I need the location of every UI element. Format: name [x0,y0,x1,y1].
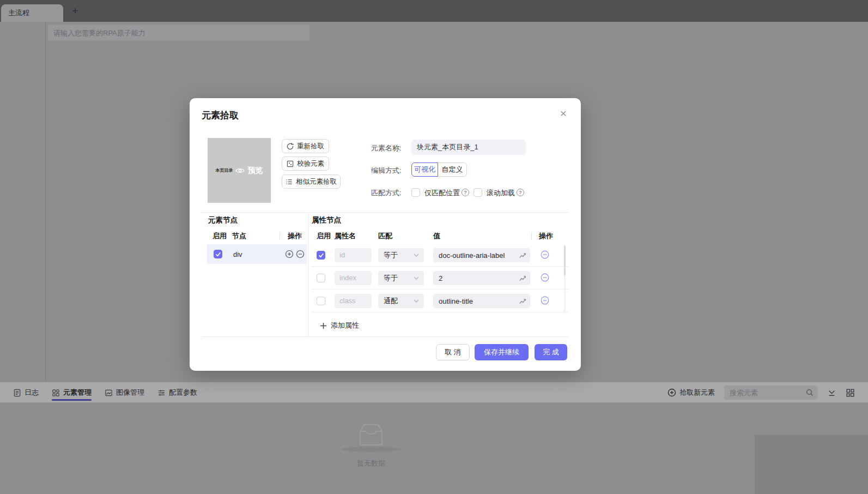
search-icon[interactable] [806,389,814,396]
tab-config-params-label: 配置参数 [169,388,197,397]
close-icon[interactable]: × [556,106,571,121]
similar-list-icon [286,178,293,185]
log-icon [13,389,21,397]
bottom-panel-bar: 日志 元素管理 图像管理 配 [0,382,868,402]
attr-match-value: 等于 [384,251,398,259]
plus-icon [320,322,327,329]
attr-enable-checkbox[interactable] [317,251,325,260]
chevron-down-icon [414,254,419,257]
add-flow-tab-button[interactable]: + [69,5,81,17]
scroll-load-checkbox[interactable] [474,188,482,197]
edit-mode-segmented: 可视化 自定义 [411,162,467,177]
edit-mode-custom[interactable]: 自定义 [438,162,467,177]
attr-match-select[interactable]: 等于 [378,248,424,262]
trend-variable-icon[interactable] [519,251,526,259]
element-pick-dialog: 元素拾取 × 本页目录 预览 重新拾取 校验元素 [190,98,581,371]
check-icon [318,252,324,258]
col-attr-enable: 启用 [317,231,331,241]
attr-value-input[interactable] [433,248,514,262]
col-attr-name: 属性名 [335,231,356,241]
trend-variable-icon[interactable] [519,274,526,282]
check-icon [215,251,221,257]
edit-mode-label: 编辑方式: [371,166,402,176]
col-attr-match: 匹配 [378,231,392,241]
tab-config-params[interactable]: 配置参数 [157,382,197,403]
attr-match-value: 通配 [384,297,398,305]
scroll-load-label: 滚动加载 [487,188,515,198]
attr-scrollbar-thumb[interactable] [564,245,566,275]
apps-grid-icon[interactable] [846,388,855,397]
preview-label: 预览 [248,166,263,176]
attr-value-box [433,248,530,262]
tab-element-management[interactable]: 元素管理 [52,382,92,403]
collapse-panel-icon[interactable] [827,388,836,397]
elements-grid-icon [52,389,60,397]
tab-logs-label: 日志 [25,388,39,397]
attr-name-field[interactable]: class [335,294,372,308]
add-attribute-button[interactable]: 添加属性 [320,321,359,330]
tab-element-management-label: 元素管理 [63,388,92,397]
col-node-actions: 操作 [288,231,302,241]
tab-logs[interactable]: 日志 [13,382,39,403]
col-enable: 启用 [213,231,227,241]
plus-circle-icon [667,388,676,397]
attr-enable-checkbox[interactable] [317,274,325,282]
node-enable-checkbox[interactable] [214,250,222,258]
attr-match-select[interactable]: 等于 [378,271,424,285]
add-attribute-label: 添加属性 [331,321,359,330]
pick-new-element-label: 拾取新元素 [679,388,715,397]
repick-button[interactable]: 重新拾取 [282,139,329,153]
image-icon [105,389,113,397]
validate-element-button-label: 校验元素 [297,159,324,168]
validate-element-button[interactable]: 校验元素 [282,156,329,171]
validate-icon [287,160,294,167]
attribute-row: id 等于 [312,244,568,267]
empty-box-icon [355,421,387,448]
tab-image-management[interactable]: 图像管理 [105,382,144,403]
node-tag-name: div [233,250,242,258]
col-attr-actions: 操作 [539,231,553,241]
match-position-only-checkbox[interactable] [411,188,420,197]
attr-enable-checkbox[interactable] [317,297,325,305]
element-search-input[interactable] [730,389,806,397]
header-separator [280,232,280,239]
attr-value-input[interactable] [433,294,514,308]
attr-name-field[interactable]: index [335,271,372,285]
remove-node-icon[interactable] [296,250,305,258]
element-name-label: 元素名称: [371,143,402,153]
attr-match-select[interactable]: 通配 [378,294,424,308]
element-preview-thumbnail[interactable]: 本页目录 预览 [208,138,271,203]
remove-attr-icon[interactable] [541,250,549,259]
section-divider-top [202,212,568,213]
edit-mode-visual[interactable]: 可视化 [411,162,438,177]
col-node: 节点 [232,231,246,241]
attribute-row: index 等于 [312,267,568,290]
tab-main-flow[interactable]: 主流程 [1,4,63,22]
element-name-input[interactable] [411,140,526,155]
attr-value-box [433,294,530,308]
cancel-button[interactable]: 取 消 [436,344,470,360]
match-position-help-icon[interactable]: ? [462,189,469,196]
section-divider-bottom [202,336,568,337]
pick-new-element-button[interactable]: 拾取新元素 [667,388,715,397]
attr-value-input[interactable] [433,271,514,285]
attr-match-value: 等于 [384,274,398,282]
chevron-down-icon [414,299,419,303]
scroll-load-help-icon[interactable]: ? [517,189,524,196]
remove-attr-icon[interactable] [541,273,549,282]
attr-value-box [433,271,530,285]
eye-icon [235,167,245,174]
remove-attr-icon[interactable] [541,296,549,305]
add-node-icon[interactable] [285,250,294,258]
trend-variable-icon[interactable] [519,297,526,305]
atom-capability-search-input[interactable] [48,25,309,41]
attr-name-field[interactable]: id [335,248,372,262]
element-search-box [724,385,818,400]
empty-state: 暂无数据 [327,421,415,468]
done-button[interactable]: 完 成 [535,344,567,360]
save-and-continue-button[interactable]: 保存并继续 [475,344,529,360]
similar-element-pick-button[interactable]: 相似元素拾取 [282,174,341,189]
dialog-title: 元素拾取 [202,109,239,122]
element-nodes-title: 元素节点 [208,215,238,225]
bottom-tabs: 日志 元素管理 图像管理 配 [13,382,197,403]
